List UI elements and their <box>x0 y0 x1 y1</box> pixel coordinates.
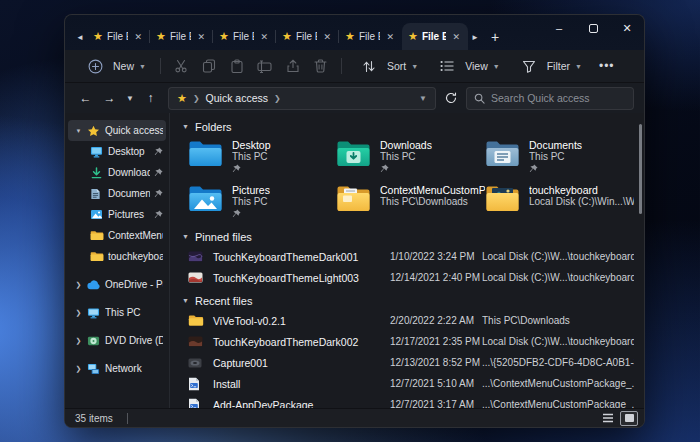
tab-close-icon[interactable]: ✕ <box>132 31 144 43</box>
folder-tile-downloads[interactable]: Downloads This PC <box>336 137 485 179</box>
breadcrumb-location[interactable]: Quick access <box>206 92 268 104</box>
sidebar-item-this-pc[interactable]: ❯ This PC <box>68 302 166 323</box>
section-header-folders[interactable]: ▼ Folders <box>182 118 634 135</box>
tab-scroll-right-button[interactable]: ► <box>468 24 482 50</box>
new-button[interactable]: New ▼ <box>75 50 153 82</box>
document-icon <box>90 187 104 200</box>
minimize-button[interactable]: – <box>542 15 576 41</box>
folder-tile-contextmenucustompac-[interactable]: ContextMenuCustomPac... This PC\Download… <box>336 182 485 224</box>
up-button[interactable]: ↑ <box>140 87 161 109</box>
sidebar-item-quick-access[interactable]: ▼ Quick access <box>68 120 166 141</box>
sidebar-item-label: touchkeyboard <box>108 251 163 262</box>
filter-button[interactable]: Filter ▼ <box>509 50 589 82</box>
expand-chevron-icon[interactable]: ❯ <box>74 365 83 373</box>
copy-button[interactable] <box>196 54 222 78</box>
folder-pictures-icon <box>188 184 223 213</box>
view-button[interactable]: View ▼ <box>427 50 507 82</box>
sidebar-item-dvd-drive-d-ccco[interactable]: ❯ DVD Drive (D:) CCCO <box>68 330 166 351</box>
sidebar-item-label: Documents <box>108 188 150 199</box>
explorer-tab[interactable]: ★ File E ✕ <box>402 23 468 50</box>
tab-close-icon[interactable]: ✕ <box>258 31 270 43</box>
folder-tile-location: This PC\Downloads <box>380 196 485 207</box>
folders-grid: Desktop This PC Downloads This PC Docume… <box>188 137 634 224</box>
refresh-button[interactable] <box>439 87 463 109</box>
expand-chevron-icon[interactable]: ❯ <box>74 281 83 289</box>
expand-chevron-icon[interactable]: ❯ <box>74 337 83 345</box>
search-box <box>466 87 634 110</box>
view-icon <box>434 54 460 78</box>
expand-chevron-icon[interactable]: ❯ <box>74 309 83 317</box>
filter-button-label: Filter <box>547 60 570 72</box>
tab-favicon-star-icon: ★ <box>93 31 103 42</box>
folder-tile-desktop[interactable]: Desktop This PC <box>188 137 336 179</box>
folder-desktop-icon <box>188 139 223 168</box>
large-icons-view-button[interactable] <box>620 411 638 426</box>
sidebar-item-touchkeyboard[interactable]: touchkeyboard <box>68 246 166 267</box>
sidebar-item-network[interactable]: ❯ Network <box>68 358 166 379</box>
tab-scroll-left-button[interactable]: ◄ <box>73 24 87 50</box>
breadcrumb[interactable]: ★ ❯ Quick access ❯ ▼ <box>168 87 436 110</box>
vertical-scrollbar[interactable] <box>639 124 642 214</box>
tab-close-icon[interactable]: ✕ <box>384 31 396 43</box>
back-button[interactable]: ← <box>75 87 96 109</box>
tab-close-icon[interactable]: ✕ <box>195 31 207 43</box>
folder-tile-touchkeyboard[interactable]: touchkeyboard Local Disk (C:)\Win...\Web <box>485 182 634 224</box>
explorer-tab[interactable]: ★ File E ✕ <box>276 23 339 50</box>
explorer-tab[interactable]: ★ File E ✕ <box>213 23 276 50</box>
recent-locations-button[interactable]: ▼ <box>123 87 137 109</box>
address-bar: ← → ▼ ↑ ★ ❯ Quick access ❯ ▼ <box>65 83 644 113</box>
cut-button[interactable] <box>168 54 194 78</box>
address-dropdown-icon[interactable]: ▼ <box>419 94 427 103</box>
folder-tile-pictures[interactable]: Pictures This PC <box>188 182 336 224</box>
file-row-touchkeyboardthemelight003[interactable]: TouchKeyboardThemeLight003 12/14/2021 2:… <box>188 267 634 288</box>
see-more-button[interactable]: ••• <box>591 59 623 73</box>
folder-downloads-icon <box>336 139 371 168</box>
share-button[interactable] <box>280 54 306 78</box>
explorer-tab[interactable]: ★ File E ✕ <box>87 23 150 50</box>
expand-chevron-icon[interactable]: ▼ <box>74 128 83 134</box>
section-header-pinned-files[interactable]: ▼ Pinned files <box>182 228 634 245</box>
file-name: TouchKeyboardThemeDark001 <box>213 251 358 263</box>
file-date: 12/14/2021 2:40 PM <box>390 272 482 283</box>
delete-button[interactable] <box>308 54 334 78</box>
details-view-button[interactable] <box>599 411 617 426</box>
section-header-recent-files[interactable]: ▼ Recent files <box>182 292 634 309</box>
sidebar-item-onedrive-personal[interactable]: ❯ OneDrive - Personal <box>68 274 166 295</box>
rename-button[interactable] <box>252 54 278 78</box>
picture-icon <box>90 208 104 221</box>
file-row-add-appdevpackage[interactable]: Add-AppDevPackage 12/7/2021 3:17 AM ...\… <box>188 394 634 408</box>
close-button[interactable]: ✕ <box>610 15 644 41</box>
search-input[interactable] <box>491 92 626 104</box>
file-location: Local Disk (C:)\W...\touchkeyboard <box>482 251 634 262</box>
tab-close-icon[interactable]: ✕ <box>450 31 462 43</box>
explorer-body: ▼ Quick access Desktop Downloads Documen… <box>65 113 644 408</box>
file-row-capture001[interactable]: Capture001 12/13/2021 8:52 PM ...\{5205D… <box>188 352 634 373</box>
large-icons-view-icon <box>624 413 635 423</box>
new-tab-button[interactable]: + <box>482 24 508 50</box>
explorer-tab[interactable]: ★ File E ✕ <box>150 23 213 50</box>
file-row-vivetool-v0-2-1[interactable]: ViVeTool-v0.2.1 2/20/2022 2:22 AM This P… <box>188 310 634 331</box>
file-row-install[interactable]: Install 12/7/2021 5:10 AM ...\ContextMen… <box>188 373 634 394</box>
explorer-tab[interactable]: ★ File E ✕ <box>339 23 402 50</box>
maximize-button[interactable] <box>576 15 610 41</box>
tab-label: File E <box>359 31 381 42</box>
pin-icon <box>154 147 163 156</box>
cloud-icon <box>87 278 101 291</box>
pin-icon <box>232 209 241 218</box>
sidebar-item-pictures[interactable]: Pictures <box>68 204 166 225</box>
folder-tile-documents[interactable]: Documents This PC <box>485 137 634 179</box>
sidebar-item-desktop[interactable]: Desktop <box>68 141 166 162</box>
sidebar-item-documents[interactable]: Documents <box>68 183 166 204</box>
sort-button[interactable]: Sort ▼ <box>349 50 425 82</box>
paste-button[interactable] <box>224 54 250 78</box>
sidebar-item-contextmenucust[interactable]: ContextMenuCust <box>68 225 166 246</box>
file-row-touchkeyboardthemedark002[interactable]: TouchKeyboardThemeDark002 12/17/2021 2:3… <box>188 331 634 352</box>
forward-button[interactable]: → <box>99 87 120 109</box>
tab-label: File E <box>107 31 129 42</box>
file-name: Install <box>213 378 240 390</box>
sidebar-item-label: DVD Drive (D:) CCCO <box>105 335 163 346</box>
file-row-touchkeyboardthemedark001[interactable]: TouchKeyboardThemeDark001 1/10/2022 3:24… <box>188 246 634 267</box>
tab-close-icon[interactable]: ✕ <box>321 31 333 43</box>
file-name: TouchKeyboardThemeLight003 <box>213 272 359 284</box>
sidebar-item-downloads[interactable]: Downloads <box>68 162 166 183</box>
